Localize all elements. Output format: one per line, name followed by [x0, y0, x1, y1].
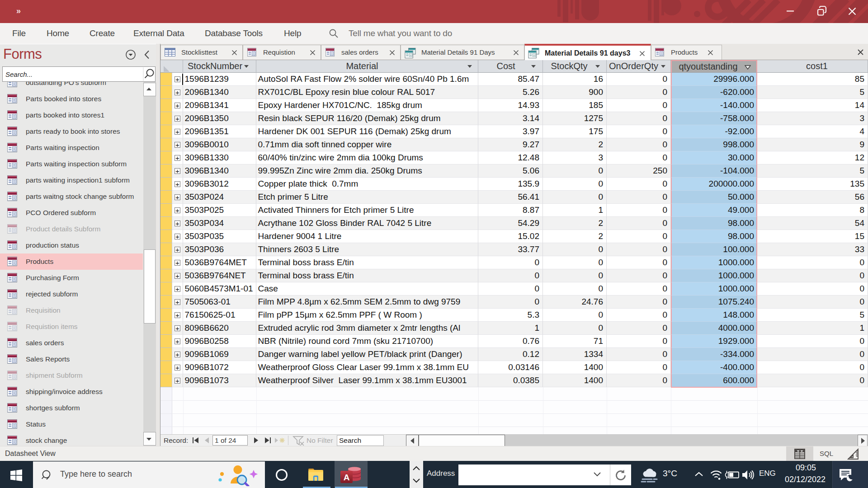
svg-text:A: A — [344, 473, 350, 482]
